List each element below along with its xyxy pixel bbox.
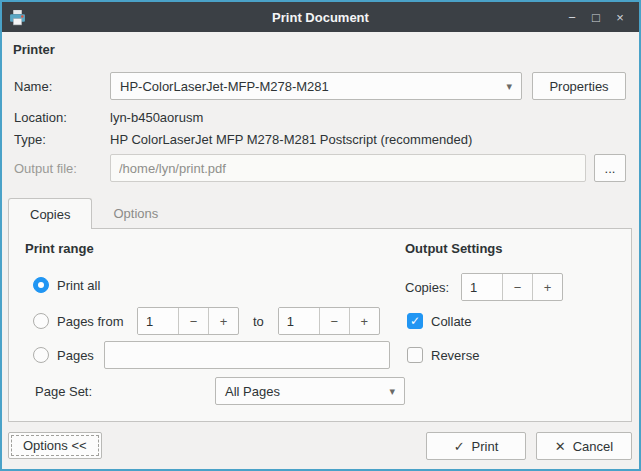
copies-input[interactable] — [462, 274, 502, 300]
tab-options-label: Options — [113, 206, 158, 221]
reverse-row[interactable]: Reverse — [407, 345, 479, 365]
chevron-down-icon: ▾ — [389, 385, 395, 398]
pages-from-radio[interactable] — [33, 313, 49, 329]
printer-name-row: Name: HP-ColorLaserJet-MFP-M278-M281 ▾ P… — [14, 72, 626, 100]
collate-label[interactable]: Collate — [431, 314, 471, 329]
print-all-label[interactable]: Print all — [57, 278, 100, 293]
printer-location-row: Location: lyn-b450aorusm — [14, 108, 203, 126]
check-icon: ✓ — [410, 315, 420, 327]
output-settings-heading: Output Settings — [405, 241, 503, 256]
page-set-label: Page Set: — [35, 384, 215, 399]
print-dialog-window: Print Document − □ × Printer Name: HP-Co… — [0, 0, 641, 471]
window-title: Print Document — [2, 10, 639, 25]
chevron-down-icon: ▾ — [506, 80, 512, 93]
cancel-button[interactable]: ✕ Cancel — [536, 432, 632, 460]
tab-copies[interactable]: Copies — [8, 198, 92, 229]
print-button-label: Print — [472, 439, 499, 454]
page-set-value: All Pages — [225, 384, 280, 399]
reverse-label[interactable]: Reverse — [431, 348, 479, 363]
printer-type-label: Type: — [14, 132, 110, 147]
pages-label[interactable]: Pages — [57, 348, 104, 363]
pages-input[interactable] — [104, 341, 390, 369]
pages-from-plus-button[interactable]: + — [208, 308, 238, 334]
copies-plus-button[interactable]: + — [532, 274, 562, 300]
minimize-button[interactable]: − — [560, 2, 584, 32]
check-icon: ✓ — [454, 439, 465, 454]
close-button[interactable]: × — [608, 2, 632, 32]
pages-from-label[interactable]: Pages from — [57, 314, 137, 329]
page-set-combobox[interactable]: All Pages ▾ — [215, 377, 405, 405]
output-file-label: Output file: — [14, 161, 110, 176]
browse-button[interactable]: ... — [594, 154, 626, 182]
pages-to-minus-button[interactable]: − — [319, 308, 349, 334]
collate-checkbox[interactable]: ✓ — [407, 313, 423, 329]
reverse-checkbox[interactable] — [407, 347, 423, 363]
close-icon: ✕ — [555, 439, 566, 454]
printer-type-value: HP ColorLaserJet MFP M278-M281 Postscrip… — [110, 132, 472, 147]
print-all-row[interactable]: Print all — [33, 275, 100, 295]
footer-action-buttons: ✓ Print ✕ Cancel — [426, 432, 632, 460]
copies-label: Copies: — [405, 280, 461, 295]
printer-name-value: HP-ColorLaserJet-MFP-M278-M281 — [120, 79, 329, 94]
pages-row: Pages — [33, 341, 390, 369]
pages-radio[interactable] — [33, 347, 49, 363]
options-toggle-button[interactable]: Options << — [8, 432, 102, 459]
pages-from-input[interactable] — [138, 308, 178, 334]
cancel-button-label: Cancel — [573, 439, 613, 454]
pages-to-label: to — [253, 314, 264, 329]
copies-row: Copies: − + — [405, 273, 563, 301]
print-range-heading: Print range — [25, 241, 94, 256]
pages-from-row: Pages from − + to − + — [33, 307, 380, 335]
tab-options[interactable]: Options — [92, 198, 179, 229]
pages-to-spinner: − + — [278, 307, 380, 335]
pages-from-minus-button[interactable]: − — [178, 308, 208, 334]
print-button[interactable]: ✓ Print — [426, 432, 526, 460]
pages-from-spinner: − + — [137, 307, 239, 335]
pages-to-input[interactable] — [279, 308, 319, 334]
properties-button[interactable]: Properties — [532, 72, 626, 100]
window-controls: − □ × — [560, 2, 632, 32]
copies-minus-button[interactable]: − — [502, 274, 532, 300]
maximize-button[interactable]: □ — [584, 2, 608, 32]
print-all-radio[interactable] — [33, 277, 49, 293]
printer-location-value: lyn-b450aorusm — [110, 110, 203, 125]
output-file-row: Output file: ... — [14, 154, 626, 182]
pages-to-plus-button[interactable]: + — [349, 308, 379, 334]
printer-type-row: Type: HP ColorLaserJet MFP M278-M281 Pos… — [14, 130, 472, 148]
printer-section-label: Printer — [13, 42, 55, 57]
tab-copies-label: Copies — [30, 207, 70, 222]
copies-spinner: − + — [461, 273, 563, 301]
printer-app-icon[interactable] — [9, 9, 26, 26]
printer-name-combobox[interactable]: HP-ColorLaserJet-MFP-M278-M281 ▾ — [110, 72, 522, 100]
printer-name-label: Name: — [14, 79, 110, 94]
titlebar[interactable]: Print Document − □ × — [2, 2, 639, 32]
output-file-input[interactable] — [110, 154, 586, 182]
page-set-row: Page Set: All Pages ▾ — [35, 377, 405, 405]
collate-row[interactable]: ✓ Collate — [407, 311, 471, 331]
printer-location-label: Location: — [14, 110, 110, 125]
notebook-tabbar: Copies Options — [8, 198, 179, 229]
dialog-body: Printer Name: HP-ColorLaserJet-MFP-M278-… — [2, 32, 639, 469]
copies-tab-panel: Print range Print all Pages from − + to … — [8, 228, 632, 422]
